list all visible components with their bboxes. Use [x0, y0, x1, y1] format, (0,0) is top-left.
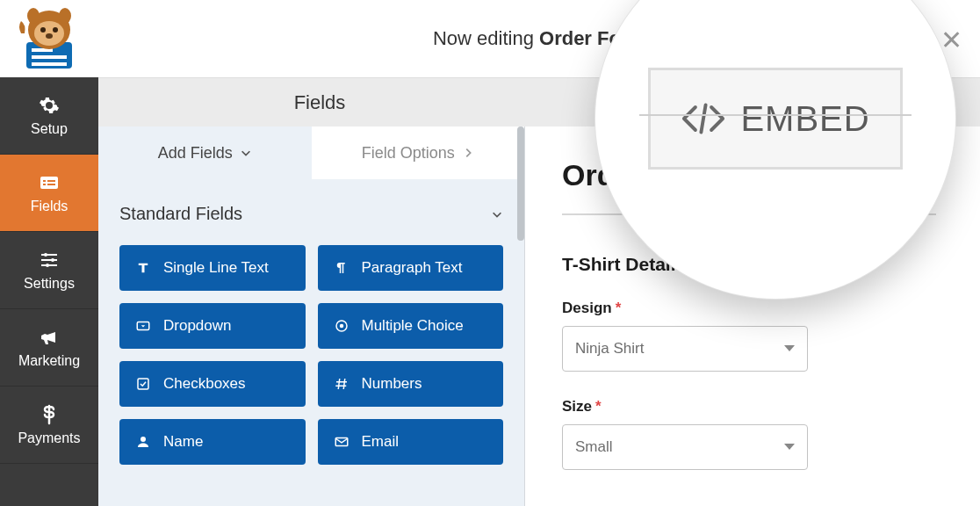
- form-row-design: Design*: [562, 300, 936, 372]
- nav-label: Marketing: [18, 353, 80, 369]
- svg-point-18: [46, 264, 49, 267]
- tab-field-options[interactable]: Field Options: [312, 126, 525, 179]
- nav-item-fields[interactable]: Fields: [0, 155, 98, 232]
- field-label: Checkboxes: [163, 375, 246, 393]
- hash-icon: [334, 376, 349, 392]
- nav-label: Payments: [18, 430, 80, 446]
- svg-rect-2: [32, 55, 67, 59]
- bullhorn-icon: [37, 327, 61, 348]
- tab-label: Add Fields: [158, 144, 233, 163]
- nav-label: Fields: [31, 199, 68, 214]
- scrollbar[interactable]: [517, 126, 524, 241]
- text-icon: [135, 260, 151, 276]
- dollar-icon: [37, 404, 61, 425]
- field-label: Multiple Choice: [362, 317, 464, 335]
- gear-icon: [37, 95, 61, 116]
- form-row-size: Size*: [562, 398, 936, 470]
- svg-rect-22: [138, 379, 148, 389]
- field-label: Numbers: [362, 375, 422, 393]
- group-title: Standard Fields: [119, 204, 242, 224]
- svg-point-17: [51, 258, 54, 262]
- design-label: Design*: [562, 300, 936, 317]
- editing-prefix: Now editing: [433, 27, 539, 49]
- tab-add-fields[interactable]: Add Fields: [98, 126, 312, 179]
- svg-rect-14: [43, 184, 46, 185]
- checkbox-icon: [135, 376, 151, 392]
- app-logo: [0, 0, 98, 77]
- nav-item-settings[interactable]: Settings: [0, 232, 98, 309]
- field-label: Name: [163, 433, 203, 451]
- chevron-right-icon: [462, 147, 474, 159]
- field-label: Paragraph Text: [362, 259, 463, 277]
- svg-rect-3: [32, 62, 67, 66]
- label-text: Size: [562, 398, 592, 415]
- field-checkboxes[interactable]: Checkboxes: [119, 361, 306, 407]
- sliders-icon: [37, 249, 61, 271]
- embed-label: EMBED: [740, 99, 869, 139]
- chevron-down-icon: [240, 147, 252, 159]
- svg-point-16: [44, 253, 47, 257]
- svg-point-10: [59, 8, 71, 24]
- field-numbers[interactable]: Numbers: [318, 361, 504, 407]
- nav-item-marketing[interactable]: Marketing: [0, 309, 98, 387]
- field-email[interactable]: Email: [318, 419, 504, 465]
- nav-item-payments[interactable]: Payments: [0, 387, 98, 464]
- left-nav: Setup Fields Settings Marketing Payments: [0, 77, 98, 506]
- size-label: Size*: [562, 398, 936, 416]
- field-dropdown[interactable]: Dropdown: [119, 303, 306, 349]
- paragraph-icon: [334, 260, 349, 276]
- field-label: Single Line Text: [163, 259, 269, 277]
- field-label: Email: [362, 433, 400, 451]
- wpforms-logo-icon: [14, 7, 84, 70]
- nav-label: Settings: [24, 276, 75, 292]
- panel-tabs: Add Fields Field Options: [98, 126, 524, 179]
- required-marker: *: [616, 300, 622, 316]
- svg-rect-13: [47, 180, 55, 182]
- svg-rect-12: [43, 180, 46, 182]
- field-grid: Single Line Text Paragraph Text Dropdown…: [119, 245, 503, 465]
- nav-item-setup[interactable]: Setup: [0, 77, 98, 155]
- chevron-down-icon: [491, 208, 503, 220]
- label-text: Design: [562, 300, 612, 316]
- nav-label: Setup: [31, 121, 68, 137]
- field-paragraph-text[interactable]: Paragraph Text: [318, 245, 504, 291]
- embed-button[interactable]: EMBED: [648, 68, 903, 170]
- group-standard-fields[interactable]: Standard Fields: [119, 204, 503, 224]
- user-icon: [135, 434, 151, 450]
- envelope-icon: [334, 434, 349, 450]
- field-single-line-text[interactable]: Single Line Text: [119, 245, 306, 291]
- svg-point-9: [27, 8, 40, 24]
- svg-point-8: [46, 33, 53, 39]
- tab-label: Field Options: [362, 144, 455, 163]
- svg-point-6: [40, 27, 46, 33]
- field-multiple-choice[interactable]: Multiple Choice: [318, 303, 504, 349]
- design-select[interactable]: [562, 326, 808, 372]
- svg-point-7: [53, 27, 58, 33]
- required-marker: *: [595, 398, 602, 415]
- dropdown-icon: [135, 318, 151, 334]
- callout-baseline: [639, 114, 912, 116]
- field-name[interactable]: Name: [119, 419, 306, 465]
- size-select[interactable]: [562, 424, 808, 470]
- svg-point-21: [339, 324, 343, 329]
- svg-point-23: [141, 437, 146, 442]
- svg-rect-15: [47, 184, 55, 185]
- fields-panel: Add Fields Field Options Standard Fields…: [98, 126, 525, 506]
- close-icon[interactable]: ✕: [940, 25, 962, 55]
- svg-rect-11: [40, 177, 58, 189]
- code-icon: [681, 99, 726, 138]
- radio-icon: [334, 318, 349, 334]
- list-icon: [37, 172, 61, 193]
- field-label: Dropdown: [163, 317, 232, 335]
